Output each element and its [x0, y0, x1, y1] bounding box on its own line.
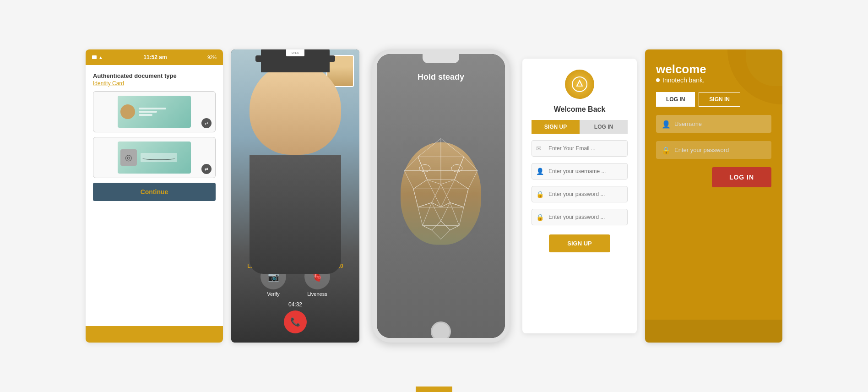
password-input[interactable] — [532, 186, 628, 202]
panel-face-scan-wrapper: Hold steady — [368, 40, 514, 352]
email-field-wrapper: ✉ — [532, 140, 628, 157]
confirm-password-field-wrapper: 🔒 — [532, 209, 628, 225]
lock-icon-2: 🔒 — [536, 213, 544, 221]
mesh-svg — [391, 129, 491, 257]
battery-indicator: 92% — [207, 55, 217, 60]
brand-dot — [656, 78, 660, 82]
panel-innotech-bank: welcome Innotech bank. LOG IN SIGN IN 👤 … — [645, 49, 782, 343]
panel5-top-section: welcome Innotech bank. LOG IN SIGN IN 👤 … — [645, 49, 782, 320]
svg-marker-2 — [455, 157, 477, 189]
brand-name: Innotech bank. — [656, 76, 771, 84]
doc-type-title: Authenticated document type Identity Car… — [93, 72, 216, 87]
svg-marker-4 — [441, 180, 468, 207]
id-photo — [120, 104, 135, 119]
id-line-1 — [139, 108, 166, 109]
svg-marker-5 — [432, 184, 450, 207]
signup-button[interactable]: SIGN UP — [549, 234, 610, 252]
svg-marker-8 — [432, 221, 450, 239]
bank-password-wrapper: 🔒 — [656, 141, 771, 159]
swap-icon-2[interactable]: ⇄ — [201, 164, 212, 174]
bank-login-button[interactable]: LOG IN — [712, 167, 771, 187]
logo-icon — [571, 76, 588, 93]
hold-steady-text: Hold steady — [377, 72, 505, 82]
bank-password-input[interactable] — [656, 141, 771, 159]
brand-name-text: Innotech bank. — [662, 76, 705, 84]
bank-auth-tabs: LOG IN SIGN IN — [656, 92, 771, 107]
svg-marker-3 — [413, 180, 441, 207]
id-card-preview: ⇄ — [93, 91, 216, 132]
bank-user-icon: 👤 — [662, 120, 671, 128]
fingerprint-card-preview: ◎ ⇄ — [93, 137, 216, 178]
username-field-wrapper: 👤 — [532, 163, 628, 180]
liveness-label: Liveness — [307, 291, 327, 297]
signal-icon — [92, 55, 97, 59]
fp-card-inner: ◎ — [118, 142, 191, 174]
svg-line-23 — [450, 202, 464, 207]
email-input[interactable] — [532, 140, 628, 157]
panel1-footer — [86, 326, 223, 343]
continue-button[interactable]: Continue — [93, 183, 216, 201]
username-input[interactable] — [532, 163, 628, 180]
phone-frame: Hold steady — [372, 49, 510, 343]
bank-username-input[interactable] — [656, 115, 771, 133]
end-call-button[interactable]: 📞 — [284, 310, 307, 333]
wifi-icon: ▲ — [98, 55, 103, 60]
bank-username-wrapper: 👤 — [656, 115, 771, 133]
svg-line-24 — [423, 202, 432, 225]
status-time: 11:52 am — [143, 54, 167, 60]
call-timer: 04:32 — [288, 301, 302, 308]
face-scan-content: Hold steady — [377, 54, 505, 338]
phone-home-button[interactable] — [431, 321, 451, 342]
panel1-content: Authenticated document type Identity Car… — [86, 65, 223, 326]
svg-marker-1 — [404, 157, 427, 189]
password-field-wrapper: 🔒 — [532, 186, 628, 202]
panel-welcome-back: Welcome Back SIGN UP LOG IN ✉ 👤 🔒 🔒 SIGN… — [522, 59, 637, 333]
svg-line-27 — [450, 225, 459, 230]
svg-line-22 — [418, 202, 432, 207]
svg-line-26 — [423, 225, 432, 230]
swap-icon[interactable]: ⇄ — [201, 118, 212, 128]
svg-point-17 — [451, 164, 462, 172]
svg-line-20 — [413, 189, 418, 207]
svg-line-21 — [464, 189, 468, 207]
confirm-password-input[interactable] — [532, 209, 628, 225]
lock-icon: 🔒 — [536, 191, 544, 198]
welcome-heading: welcome — [656, 62, 771, 76]
user-icon: 👤 — [536, 168, 544, 175]
bank-lock-icon: 🔒 — [662, 146, 671, 154]
id-line-2 — [139, 111, 157, 113]
id-card-inner — [118, 96, 191, 128]
phone-notch — [423, 54, 459, 63]
signup-tab[interactable]: SIGN UP — [532, 120, 580, 134]
id-line-3 — [139, 114, 152, 116]
bank-login-tab[interactable]: LOG IN — [656, 92, 695, 107]
panel2-controls: 📷 Verify 🫀 Liveness 04:32 📞 — [231, 264, 359, 333]
verify-label: Verify — [267, 291, 280, 297]
status-icons: ▲ — [92, 55, 103, 60]
panel-liveness: LIFE S Liveness has an accuracy of 91.42… — [231, 49, 359, 343]
auth-tab-row: SIGN UP LOG IN — [532, 120, 628, 134]
welcome-back-text: Welcome Back — [554, 105, 606, 114]
panel5-bottom-section — [645, 320, 782, 343]
doc-subtitle-text: Identity Card — [93, 80, 216, 87]
bottom-bar — [416, 387, 452, 392]
svg-point-16 — [419, 164, 430, 172]
svg-marker-7 — [441, 202, 464, 230]
id-lines — [139, 108, 166, 116]
face-mesh — [391, 129, 491, 257]
bank-signin-tab[interactable]: SIGN IN — [699, 92, 740, 107]
svg-marker-6 — [418, 202, 441, 230]
doc-title-text: Authenticated document type — [93, 72, 216, 79]
panel1-header: ▲ 11:52 am 92% — [86, 49, 223, 65]
panel-document-auth: ▲ 11:52 am 92% Authenticated document ty… — [86, 49, 223, 343]
signature-area — [141, 153, 177, 162]
svg-point-28 — [572, 77, 587, 92]
login-tab[interactable]: LOG IN — [580, 120, 628, 134]
svg-line-25 — [450, 202, 459, 225]
app-logo — [565, 70, 594, 99]
signature-wave — [142, 156, 175, 160]
email-icon: ✉ — [536, 145, 542, 152]
fingerprint-icon: ◎ — [120, 149, 137, 166]
